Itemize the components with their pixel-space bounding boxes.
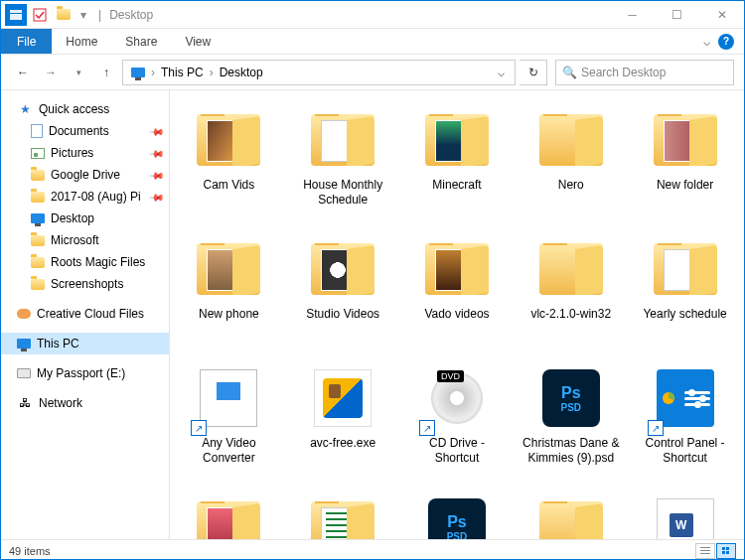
file-item[interactable]: ↗ Control Panel - Shortcut	[630, 358, 740, 482]
item-count: 49 items	[9, 545, 51, 557]
file-label: Minecraft	[432, 178, 481, 193]
file-item[interactable]	[516, 488, 626, 539]
sidebar-label: Creative Cloud Files	[37, 307, 144, 321]
folder-icon	[31, 235, 45, 246]
file-item[interactable]: avc-free.exe	[288, 358, 398, 482]
properties-qat-icon[interactable]	[29, 4, 51, 26]
file-item[interactable]	[288, 488, 398, 539]
up-button[interactable]: ↑	[94, 61, 118, 84]
sidebar-item[interactable]: Microsoft	[1, 229, 169, 251]
file-item[interactable]: House Monthly Schedule	[288, 100, 398, 223]
tab-home[interactable]: Home	[52, 29, 111, 54]
sidebar-item[interactable]: 2017-08 (Aug) Pi 📌	[1, 186, 169, 208]
search-box[interactable]: 🔍	[555, 60, 734, 85]
cloud-icon	[17, 309, 31, 319]
sidebar-item[interactable]: Google Drive 📌	[1, 164, 169, 186]
search-input[interactable]	[581, 66, 730, 79]
sidebar-network[interactable]: 🖧 Network	[1, 392, 169, 414]
breadcrumb-root[interactable]: This PC	[157, 66, 208, 79]
sidebar-this-pc[interactable]: This PC	[1, 333, 169, 354]
sidebar-item[interactable]: Roots Magic Files	[1, 251, 169, 273]
file-item[interactable]: Minecraft	[402, 100, 513, 223]
file-item[interactable]: vlc-2.1.0-win32	[516, 229, 626, 352]
details-view-button[interactable]	[695, 543, 715, 559]
explorer-icon[interactable]	[5, 4, 27, 26]
network-icon: 🖧	[17, 395, 33, 411]
qat-folder-icon[interactable]	[53, 4, 74, 26]
sidebar-quick-access[interactable]: ★ Quick access	[1, 98, 169, 120]
sidebar-item[interactable]: Screenshopts	[1, 273, 169, 295]
minimize-button[interactable]: ─	[610, 1, 655, 29]
file-item[interactable]: New folder	[630, 100, 740, 223]
file-thumbnail	[535, 491, 607, 539]
file-item[interactable]: PsPSD Christmas Dane & Kimmies (9).psd	[516, 358, 626, 482]
breadcrumb-current[interactable]: Desktop	[216, 66, 267, 79]
file-list[interactable]: Cam Vids House Monthly Schedule Minecraf…	[170, 90, 744, 539]
pin-icon: 📌	[149, 123, 165, 139]
sidebar-item-label: Pictures	[51, 146, 93, 160]
file-item[interactable]: Vado videos	[402, 229, 513, 352]
file-thumbnail	[193, 491, 264, 539]
folder-icon	[31, 170, 45, 181]
sidebar-creative-cloud[interactable]: Creative Cloud Files	[1, 303, 169, 325]
sidebar-item[interactable]: Documents 📌	[1, 120, 169, 142]
file-thumbnail	[307, 104, 378, 176]
file-item[interactable]: Yearly schedule	[630, 229, 740, 352]
qat-dropdown-icon[interactable]: ▾	[76, 4, 90, 26]
titlebar: ▾ | Desktop ─ ☐ ✕	[1, 1, 744, 29]
file-item[interactable]	[630, 488, 740, 539]
tab-view[interactable]: View	[171, 29, 224, 54]
file-item[interactable]: Studio Videos	[288, 229, 398, 352]
file-item[interactable]: ↗ CD Drive - Shortcut	[402, 358, 513, 482]
tab-share[interactable]: Share	[111, 29, 171, 54]
search-icon: 🔍	[562, 66, 577, 79]
file-item[interactable]	[174, 488, 284, 539]
navigation-bar: ← → ▾ ↑ › This PC › Desktop ⌵ ↻ 🔍	[1, 55, 744, 90]
star-icon: ★	[17, 101, 33, 117]
file-tab[interactable]: File	[1, 29, 52, 54]
sidebar-label: Network	[39, 396, 82, 410]
file-item[interactable]: ↗ Any Video Converter	[174, 358, 284, 482]
icons-view-button[interactable]	[716, 543, 736, 559]
address-bar[interactable]: › This PC › Desktop ⌵	[122, 60, 516, 85]
sidebar-item[interactable]: Pictures 📌	[1, 142, 169, 164]
file-thumbnail: PsPSD	[421, 491, 493, 539]
file-label: Christmas Dane & Kimmies (9).psd	[522, 436, 621, 466]
refresh-button[interactable]: ↻	[520, 60, 547, 85]
file-thumbnail	[193, 233, 264, 305]
sidebar-item-label: Microsoft	[51, 233, 99, 247]
file-item[interactable]: PsPSD	[402, 488, 513, 539]
pin-icon: 📌	[149, 145, 165, 161]
maximize-button[interactable]: ☐	[655, 1, 699, 29]
chevron-right-icon[interactable]: ›	[208, 66, 216, 79]
folder-icon	[31, 192, 45, 203]
recent-dropdown-icon[interactable]: ▾	[67, 61, 90, 84]
file-thumbnail	[307, 362, 378, 434]
window-controls: ─ ☐ ✕	[610, 1, 744, 29]
file-item[interactable]: Nero	[516, 100, 626, 223]
file-label: Yearly schedule	[643, 307, 726, 322]
file-item[interactable]: New phone	[174, 229, 284, 352]
folder-icon	[31, 279, 45, 290]
sidebar-item[interactable]: Desktop	[1, 208, 169, 229]
ribbon-expand-icon[interactable]: ⌵	[703, 35, 710, 49]
folder-icon	[31, 257, 45, 268]
file-item[interactable]: Cam Vids	[174, 100, 284, 223]
back-button[interactable]: ←	[11, 61, 35, 84]
file-thumbnail: PsPSD	[535, 362, 607, 434]
quick-access-toolbar: ▾	[1, 4, 90, 26]
sidebar-drive[interactable]: My Passport (E:)	[1, 362, 169, 384]
chevron-right-icon[interactable]: ›	[149, 66, 157, 79]
file-thumbnail: ↗	[650, 362, 721, 434]
sidebar-item-label: Roots Magic Files	[51, 255, 145, 269]
address-dropdown-icon[interactable]: ⌵	[492, 66, 511, 79]
file-label: Studio Videos	[306, 307, 379, 322]
sidebar-item-label: Google Drive	[51, 168, 120, 182]
file-thumbnail	[307, 233, 378, 305]
file-label: Cam Vids	[204, 178, 255, 193]
sidebar-label: Quick access	[39, 102, 109, 116]
help-icon[interactable]: ?	[718, 34, 734, 50]
forward-button[interactable]: →	[39, 61, 63, 84]
pc-icon	[17, 339, 31, 349]
close-button[interactable]: ✕	[699, 1, 744, 29]
